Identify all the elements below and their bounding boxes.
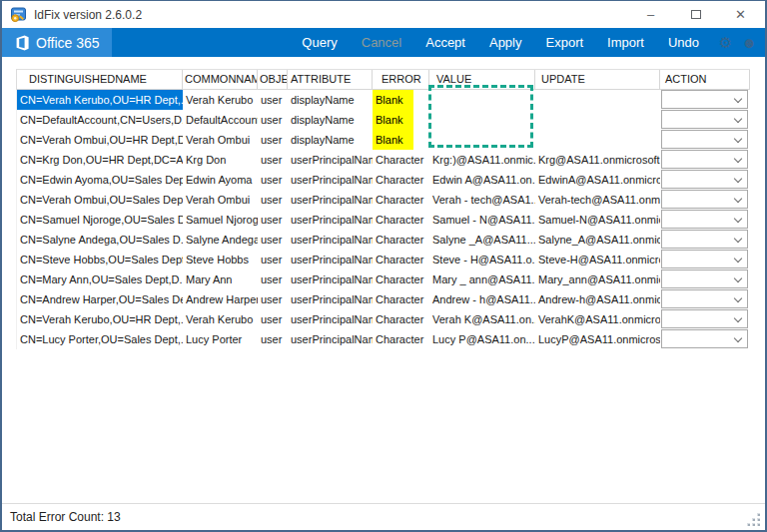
cell-value[interactable]: Verah - tech@ASA1... (429, 190, 535, 210)
cell-value[interactable]: Krg:)@ASA11.onmic... (429, 150, 535, 170)
action-dropdown[interactable] (661, 150, 748, 169)
cell-error[interactable]: Character (373, 170, 429, 190)
cell-commonname[interactable]: Salyne Andega (183, 230, 258, 250)
cell-attribute[interactable]: displayName (288, 90, 373, 110)
cell-objectclass[interactable]: user (258, 289, 288, 309)
cell-distinguishedname[interactable]: CN=Verah Kerubo,OU=HR Dept,... (17, 90, 183, 110)
cell-error[interactable]: Character (373, 329, 429, 349)
cell-update[interactable]: LucyP@ASA11.onmicros... (535, 329, 660, 349)
cell-update[interactable]: Steve-H@ASA11.onmicro... (535, 250, 660, 269)
cell-distinguishedname[interactable]: CN=Verah Kerubo,OU=HR Dept,... (17, 309, 183, 329)
cell-error[interactable]: Character (373, 230, 429, 250)
cell-distinguishedname[interactable]: CN=Verah Ombui,OU=HR Dept,D... (17, 130, 183, 150)
cell-value[interactable] (429, 130, 535, 150)
cell-attribute[interactable]: userPrincipalName (288, 250, 373, 269)
menu-item-import[interactable]: Import (607, 35, 644, 50)
cell-error[interactable]: Character (373, 190, 429, 210)
cell-commonname[interactable]: Edwin Ayoma (183, 170, 258, 190)
cell-objectclass[interactable]: user (258, 90, 288, 110)
cell-distinguishedname[interactable]: CN=Mary Ann,OU=Sales Dept,D... (17, 269, 183, 289)
cell-distinguishedname[interactable]: CN=Krg Don,OU=HR Dept,DC=A... (17, 150, 183, 170)
cell-update[interactable]: Salyne_A@ASA11.onmicr... (535, 230, 660, 250)
cell-value[interactable] (429, 110, 535, 130)
cell-update[interactable] (535, 130, 660, 150)
action-dropdown[interactable] (661, 269, 748, 288)
cell-objectclass[interactable]: user (258, 309, 288, 329)
cell-objectclass[interactable]: user (258, 230, 288, 250)
menu-item-apply[interactable]: Apply (489, 35, 522, 50)
minimize-button[interactable]: – (628, 1, 673, 28)
column-header-update[interactable]: UPDATE (535, 70, 660, 90)
column-header-error[interactable]: ERROR (373, 70, 429, 90)
cell-distinguishedname[interactable]: CN=Andrew Harper,OU=Sales De... (17, 289, 183, 309)
menu-item-accept[interactable]: Accept (425, 35, 465, 50)
cell-update[interactable]: Mary_ann@ASA11.onmic... (535, 269, 660, 289)
cell-commonname[interactable]: Lucy Porter (183, 329, 258, 349)
cell-attribute[interactable]: userPrincipalName (288, 289, 373, 309)
cell-update[interactable] (535, 110, 660, 130)
column-header-commonnami[interactable]: COMMONNAMI (183, 70, 258, 90)
cell-update[interactable] (535, 90, 660, 110)
cell-commonname[interactable]: Verah Kerubo (183, 90, 258, 110)
cell-objectclass[interactable]: user (258, 190, 288, 210)
action-dropdown[interactable] (661, 250, 748, 268)
action-dropdown[interactable] (661, 110, 748, 129)
action-dropdown[interactable] (661, 309, 748, 328)
cell-error[interactable]: Character (373, 309, 429, 329)
cell-commonname[interactable]: Verah Ombui (183, 190, 258, 210)
cell-attribute[interactable]: displayName (288, 130, 373, 150)
cell-value[interactable]: Steve - H@ASA11.o... (429, 250, 535, 269)
cell-error[interactable]: Character (373, 150, 429, 170)
menu-item-query[interactable]: Query (302, 35, 337, 50)
action-dropdown[interactable] (661, 329, 748, 348)
column-header-obje[interactable]: OBJE (258, 70, 288, 90)
cell-distinguishedname[interactable]: CN=Lucy Porter,OU=Sales Dept,... (17, 329, 183, 349)
cell-commonname[interactable]: Mary Ann (183, 269, 258, 289)
cell-update[interactable]: Samuel-N@ASA11.onmicr... (535, 210, 660, 230)
cell-attribute[interactable]: userPrincipalName (288, 329, 373, 349)
column-header-value[interactable]: VALUE (429, 70, 535, 90)
feedback-smiley-icon[interactable]: ☻ (741, 35, 757, 50)
close-button[interactable]: ✕ (718, 1, 763, 28)
action-dropdown[interactable] (661, 170, 748, 189)
cell-attribute[interactable]: userPrincipalName (288, 170, 373, 190)
cell-commonname[interactable]: Krg Don (183, 150, 258, 170)
cell-attribute[interactable]: userPrincipalName (288, 230, 373, 250)
cell-distinguishedname[interactable]: CN=DefaultAccount,CN=Users,D... (17, 110, 183, 130)
cell-objectclass[interactable]: user (258, 130, 288, 150)
cell-value[interactable]: Verah K@ASA11.on... (429, 309, 535, 329)
cell-distinguishedname[interactable]: CN=Samuel Njoroge,OU=Sales D... (17, 210, 183, 230)
cell-attribute[interactable]: userPrincipalName (288, 150, 373, 170)
cell-commonname[interactable]: Samuel Njoroge (183, 210, 258, 230)
cell-value[interactable]: Andrew - h@ASA11.... (429, 289, 535, 309)
cell-update[interactable]: EdwinA@ASA11.onmicro... (535, 170, 660, 190)
menu-item-export[interactable]: Export (546, 35, 584, 50)
cell-value[interactable]: Mary _ ann@ASA11... (429, 269, 535, 289)
column-header-attribute[interactable]: ATTRIBUTE (288, 70, 373, 90)
maximize-button[interactable] (673, 1, 718, 28)
cell-commonname[interactable]: Verah Ombui (183, 130, 258, 150)
cell-value[interactable]: Samuel - N@ASA11.... (429, 210, 535, 230)
cell-value[interactable] (429, 90, 535, 110)
settings-gear-icon[interactable]: ⚙ (719, 35, 732, 50)
cell-distinguishedname[interactable]: CN=Salyne Andega,OU=Sales D... (17, 230, 183, 250)
cell-error[interactable]: Character (373, 250, 429, 269)
cell-commonname[interactable]: Verah Kerubo (183, 309, 258, 329)
menu-item-undo[interactable]: Undo (668, 35, 699, 50)
cell-objectclass[interactable]: user (258, 250, 288, 269)
cell-value[interactable]: Salyne _A@ASA11.... (429, 230, 535, 250)
action-dropdown[interactable] (661, 230, 748, 249)
action-dropdown[interactable] (661, 190, 748, 209)
action-dropdown[interactable] (661, 210, 748, 229)
cell-objectclass[interactable]: user (258, 110, 288, 130)
cell-attribute[interactable]: userPrincipalName (288, 269, 373, 289)
cell-commonname[interactable]: DefaultAccount (183, 110, 258, 130)
cell-objectclass[interactable]: user (258, 210, 288, 230)
action-dropdown[interactable] (661, 90, 748, 109)
cell-commonname[interactable]: Andrew Harper (183, 289, 258, 309)
column-header-action[interactable]: ACTION (660, 70, 750, 90)
cell-distinguishedname[interactable]: CN=Edwin Ayoma,OU=Sales Dep... (17, 170, 183, 190)
cell-update[interactable]: Verah-tech@ASA11.onmi... (535, 190, 660, 210)
cell-commonname[interactable]: Steve Hobbs (183, 250, 258, 269)
cell-error[interactable]: Character (373, 289, 429, 309)
